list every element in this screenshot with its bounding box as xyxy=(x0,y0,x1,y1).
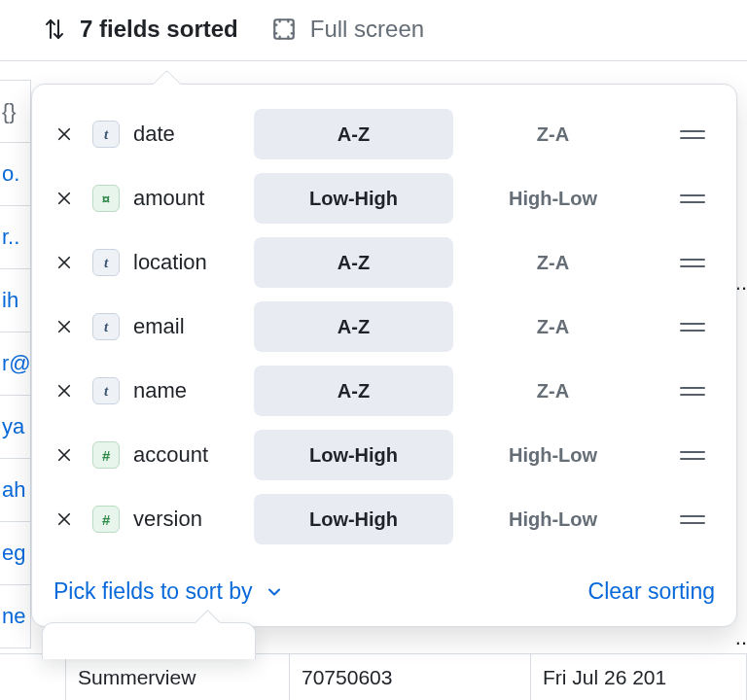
remove-sort-button[interactable] xyxy=(50,184,79,213)
sort-summary-label: 7 fields sorted xyxy=(80,16,238,43)
sort-popover: tdateA-ZZ-A¤amountLow-HighHigh-Lowtlocat… xyxy=(31,84,737,627)
field-name-label: account xyxy=(133,442,240,468)
field-name-label: version xyxy=(133,507,240,532)
email-cell-fragment[interactable]: ah xyxy=(0,459,31,522)
remove-sort-button[interactable] xyxy=(50,376,79,405)
pick-fields-button[interactable]: Pick fields to sort by xyxy=(53,578,284,605)
pick-fields-submenu[interactable] xyxy=(42,622,256,659)
sort-row: #accountLow-HighHigh-Low xyxy=(50,423,719,487)
field-type-badge: # xyxy=(92,441,120,469)
pick-fields-label: Pick fields to sort by xyxy=(53,578,253,605)
remove-sort-button[interactable] xyxy=(50,505,79,534)
sort-desc-button[interactable]: Z-A xyxy=(453,301,653,352)
field-name-label: location xyxy=(133,250,240,275)
drag-handle-icon[interactable] xyxy=(676,508,709,531)
sort-desc-button[interactable]: High-Low xyxy=(453,430,653,480)
drag-handle-icon[interactable] xyxy=(676,443,709,467)
email-cell-fragment[interactable]: eg xyxy=(0,522,31,585)
field-name-label: amount xyxy=(133,186,240,211)
sort-asc-button[interactable]: A-Z xyxy=(254,366,453,416)
sort-asc-button[interactable]: A-Z xyxy=(254,109,453,159)
fullscreen-icon xyxy=(271,17,297,42)
field-name-label: date xyxy=(133,122,240,147)
fullscreen-label: Full screen xyxy=(310,16,424,43)
remove-sort-button[interactable] xyxy=(50,312,79,341)
sort-direction-toggle: A-ZZ-A xyxy=(254,237,653,288)
sort-row: ¤amountLow-HighHigh-Low xyxy=(50,166,719,230)
sort-desc-button[interactable]: Z-A xyxy=(453,366,653,416)
close-icon xyxy=(55,190,73,207)
close-icon xyxy=(55,318,73,335)
clear-sorting-label: Clear sorting xyxy=(588,578,715,604)
field-name-label: email xyxy=(133,314,240,339)
email-cell-fragment[interactable]: o. xyxy=(0,143,31,206)
sort-asc-button[interactable]: A-Z xyxy=(254,301,453,352)
table-cell[interactable] xyxy=(0,653,66,700)
sort-rows-list: tdateA-ZZ-A¤amountLow-HighHigh-Lowtlocat… xyxy=(32,102,736,551)
remove-sort-button[interactable] xyxy=(50,248,79,277)
sort-popover-footer: Pick fields to sort by Clear sorting xyxy=(32,559,736,626)
remove-sort-button[interactable] xyxy=(50,120,79,149)
sort-asc-button[interactable]: Low-High xyxy=(254,173,453,224)
sort-icon xyxy=(43,18,66,41)
sort-direction-toggle: A-ZZ-A xyxy=(254,109,653,159)
sort-asc-button[interactable]: A-Z xyxy=(254,237,453,288)
close-icon xyxy=(55,125,73,143)
sort-desc-button[interactable]: Z-A xyxy=(453,109,653,159)
sort-row: tnameA-ZZ-A xyxy=(50,359,719,423)
sort-summary-button[interactable]: 7 fields sorted xyxy=(43,16,238,43)
field-type-badge: ¤ xyxy=(92,185,120,212)
field-type-badge: t xyxy=(92,377,120,404)
sort-row: tdateA-ZZ-A xyxy=(50,102,719,166)
table-cell[interactable]: 70750603 xyxy=(290,653,531,700)
email-cell-fragment[interactable]: ih xyxy=(0,269,31,332)
table-bottom-fragment: Summerview 70750603 Fri Jul 26 201 xyxy=(0,653,747,700)
toolbar: 7 fields sorted Full screen xyxy=(0,0,747,61)
close-icon xyxy=(55,382,73,400)
table-cell[interactable]: Summerview xyxy=(66,653,290,700)
sort-direction-toggle: A-ZZ-A xyxy=(254,301,653,352)
email-cell-fragment[interactable]: ya xyxy=(0,396,31,459)
field-type-badge: t xyxy=(92,121,120,148)
email-cell-fragment[interactable]: r.. xyxy=(0,206,31,269)
sort-row: #versionLow-HighHigh-Low xyxy=(50,487,719,551)
sort-asc-button[interactable]: Low-High xyxy=(254,494,453,544)
email-cell-fragment[interactable]: ne xyxy=(0,585,31,648)
sort-direction-toggle: Low-HighHigh-Low xyxy=(254,494,653,544)
drag-handle-icon[interactable] xyxy=(676,315,709,338)
fullscreen-button[interactable]: Full screen xyxy=(271,16,424,43)
sort-direction-toggle: Low-HighHigh-Low xyxy=(254,430,653,480)
close-icon xyxy=(55,510,73,528)
sort-asc-button[interactable]: Low-High xyxy=(254,430,453,480)
field-type-badge: t xyxy=(92,249,120,276)
svg-rect-0 xyxy=(274,19,294,39)
sort-desc-button[interactable]: Z-A xyxy=(453,237,653,288)
drag-handle-icon[interactable] xyxy=(676,251,709,274)
remove-sort-button[interactable] xyxy=(50,440,79,470)
field-type-badge: # xyxy=(92,506,120,533)
sort-direction-toggle: A-ZZ-A xyxy=(254,366,653,416)
sort-row: temailA-ZZ-A xyxy=(50,295,719,359)
sort-direction-toggle: Low-HighHigh-Low xyxy=(254,173,653,224)
drag-handle-icon[interactable] xyxy=(676,379,709,402)
field-name-label: name xyxy=(133,378,240,403)
table-left-fragment: {} o. r.. ih r@ ya ah eg ne xyxy=(0,80,31,648)
sort-desc-button[interactable]: High-Low xyxy=(453,173,653,224)
clear-sorting-button[interactable]: Clear sorting xyxy=(588,578,715,605)
field-type-badge: t xyxy=(92,313,120,340)
close-icon xyxy=(55,254,73,271)
email-cell-fragment[interactable]: r@ xyxy=(0,332,31,396)
sort-row: tlocationA-ZZ-A xyxy=(50,230,719,295)
table-cell[interactable]: Fri Jul 26 201 xyxy=(531,653,747,700)
close-icon xyxy=(55,446,73,464)
sort-desc-button[interactable]: High-Low xyxy=(453,494,653,544)
column-header-fragment: {} xyxy=(0,80,31,143)
chevron-down-icon xyxy=(265,582,284,602)
drag-handle-icon[interactable] xyxy=(676,122,709,146)
drag-handle-icon[interactable] xyxy=(676,187,709,210)
